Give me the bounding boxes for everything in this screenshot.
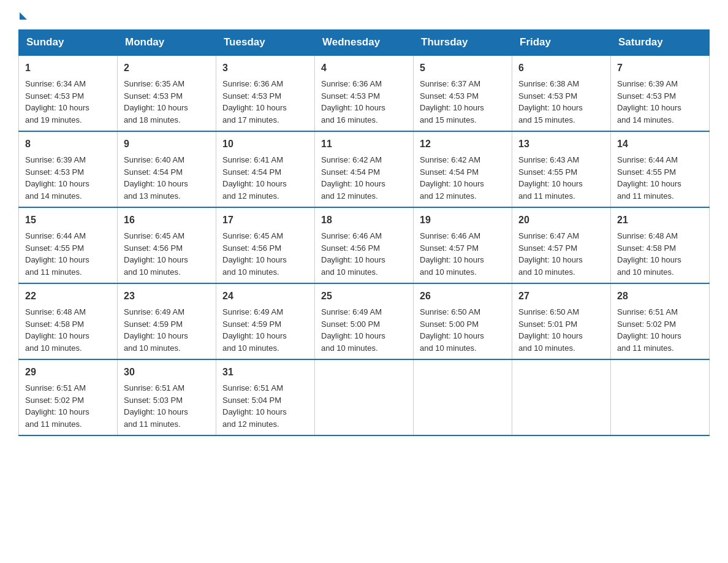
day-info: Sunrise: 6:51 AMSunset: 5:03 PMDaylight:… [124, 383, 188, 429]
day-cell [315, 359, 414, 435]
day-cell: 20 Sunrise: 6:47 AMSunset: 4:57 PMDaylig… [512, 207, 611, 283]
day-cell [414, 359, 512, 435]
day-cell: 6 Sunrise: 6:38 AMSunset: 4:53 PMDayligh… [512, 55, 611, 131]
day-info: Sunrise: 6:38 AMSunset: 4:53 PMDaylight:… [518, 79, 583, 124]
header-thursday: Thursday [414, 30, 512, 56]
logo-arrow-icon [20, 12, 27, 20]
day-number: 15 [25, 213, 111, 228]
day-number: 7 [617, 61, 703, 75]
day-cell: 31 Sunrise: 6:51 AMSunset: 5:04 PMDaylig… [216, 359, 315, 435]
day-number: 11 [321, 137, 407, 151]
day-cell: 22 Sunrise: 6:48 AMSunset: 4:58 PMDaylig… [19, 283, 118, 359]
day-number: 20 [518, 213, 604, 228]
day-cell: 12 Sunrise: 6:42 AMSunset: 4:54 PMDaylig… [414, 131, 512, 207]
week-row-1: 1 Sunrise: 6:34 AMSunset: 4:53 PMDayligh… [19, 55, 710, 131]
header-sunday: Sunday [19, 30, 118, 56]
day-cell: 9 Sunrise: 6:40 AMSunset: 4:54 PMDayligh… [118, 131, 216, 207]
day-number: 16 [124, 213, 210, 228]
day-cell: 16 Sunrise: 6:45 AMSunset: 4:56 PMDaylig… [118, 207, 216, 283]
week-row-2: 8 Sunrise: 6:39 AMSunset: 4:53 PMDayligh… [19, 131, 710, 207]
day-info: Sunrise: 6:48 AMSunset: 4:58 PMDaylight:… [617, 231, 681, 277]
day-number: 25 [321, 289, 407, 304]
day-cell: 19 Sunrise: 6:46 AMSunset: 4:57 PMDaylig… [414, 207, 512, 283]
day-number: 12 [420, 137, 506, 151]
day-info: Sunrise: 6:49 AMSunset: 4:59 PMDaylight:… [124, 307, 188, 353]
day-number: 6 [518, 61, 604, 75]
day-info: Sunrise: 6:34 AMSunset: 4:53 PMDaylight:… [25, 79, 89, 124]
day-info: Sunrise: 6:39 AMSunset: 4:53 PMDaylight:… [25, 155, 89, 201]
week-row-5: 29 Sunrise: 6:51 AMSunset: 5:02 PMDaylig… [19, 359, 710, 435]
day-cell [512, 359, 611, 435]
day-cell: 25 Sunrise: 6:49 AMSunset: 5:00 PMDaylig… [315, 283, 414, 359]
day-cell: 27 Sunrise: 6:50 AMSunset: 5:01 PMDaylig… [512, 283, 611, 359]
day-number: 8 [25, 137, 111, 151]
day-number: 4 [321, 61, 407, 75]
day-number: 18 [321, 213, 407, 228]
day-info: Sunrise: 6:40 AMSunset: 4:54 PMDaylight:… [124, 155, 188, 201]
day-number: 22 [25, 289, 111, 304]
header-wednesday: Wednesday [315, 30, 414, 56]
day-cell: 7 Sunrise: 6:39 AMSunset: 4:53 PMDayligh… [611, 55, 710, 131]
day-cell: 15 Sunrise: 6:44 AMSunset: 4:55 PMDaylig… [19, 207, 118, 283]
day-cell: 14 Sunrise: 6:44 AMSunset: 4:55 PMDaylig… [611, 131, 710, 207]
week-row-4: 22 Sunrise: 6:48 AMSunset: 4:58 PMDaylig… [19, 283, 710, 359]
day-cell: 5 Sunrise: 6:37 AMSunset: 4:53 PMDayligh… [414, 55, 512, 131]
day-cell: 26 Sunrise: 6:50 AMSunset: 5:00 PMDaylig… [414, 283, 512, 359]
day-number: 9 [124, 137, 210, 151]
header-friday: Friday [512, 30, 611, 56]
day-info: Sunrise: 6:42 AMSunset: 4:54 PMDaylight:… [321, 155, 385, 201]
day-cell: 8 Sunrise: 6:39 AMSunset: 4:53 PMDayligh… [19, 131, 118, 207]
day-number: 14 [617, 137, 703, 151]
day-info: Sunrise: 6:35 AMSunset: 4:53 PMDaylight:… [124, 79, 188, 124]
day-info: Sunrise: 6:46 AMSunset: 4:57 PMDaylight:… [420, 231, 484, 277]
day-cell: 30 Sunrise: 6:51 AMSunset: 5:03 PMDaylig… [118, 359, 216, 435]
day-number: 3 [222, 61, 308, 75]
day-info: Sunrise: 6:51 AMSunset: 5:02 PMDaylight:… [617, 307, 681, 353]
day-number: 27 [518, 289, 604, 304]
day-info: Sunrise: 6:44 AMSunset: 4:55 PMDaylight:… [617, 155, 681, 201]
day-cell: 24 Sunrise: 6:49 AMSunset: 4:59 PMDaylig… [216, 283, 315, 359]
day-cell: 29 Sunrise: 6:51 AMSunset: 5:02 PMDaylig… [19, 359, 118, 435]
day-info: Sunrise: 6:37 AMSunset: 4:53 PMDaylight:… [420, 79, 484, 124]
day-info: Sunrise: 6:41 AMSunset: 4:54 PMDaylight:… [222, 155, 287, 201]
page-header [18, 12, 710, 17]
day-info: Sunrise: 6:45 AMSunset: 4:56 PMDaylight:… [124, 231, 188, 277]
day-info: Sunrise: 6:45 AMSunset: 4:56 PMDaylight:… [222, 231, 287, 277]
day-cell: 23 Sunrise: 6:49 AMSunset: 4:59 PMDaylig… [118, 283, 216, 359]
day-number: 13 [518, 137, 604, 151]
day-info: Sunrise: 6:48 AMSunset: 4:58 PMDaylight:… [25, 307, 89, 353]
day-cell: 3 Sunrise: 6:36 AMSunset: 4:53 PMDayligh… [216, 55, 315, 131]
day-info: Sunrise: 6:36 AMSunset: 4:53 PMDaylight:… [222, 79, 287, 124]
day-number: 28 [617, 289, 703, 304]
logo [18, 12, 28, 17]
day-cell [611, 359, 710, 435]
day-number: 31 [222, 365, 308, 380]
day-cell: 13 Sunrise: 6:43 AMSunset: 4:55 PMDaylig… [512, 131, 611, 207]
day-cell: 4 Sunrise: 6:36 AMSunset: 4:53 PMDayligh… [315, 55, 414, 131]
day-number: 23 [124, 289, 210, 304]
day-info: Sunrise: 6:49 AMSunset: 5:00 PMDaylight:… [321, 307, 385, 353]
day-cell: 17 Sunrise: 6:45 AMSunset: 4:56 PMDaylig… [216, 207, 315, 283]
day-number: 5 [420, 61, 506, 75]
day-info: Sunrise: 6:51 AMSunset: 5:04 PMDaylight:… [222, 383, 287, 429]
day-number: 29 [25, 365, 111, 380]
week-row-3: 15 Sunrise: 6:44 AMSunset: 4:55 PMDaylig… [19, 207, 710, 283]
day-info: Sunrise: 6:43 AMSunset: 4:55 PMDaylight:… [518, 155, 583, 201]
day-number: 10 [222, 137, 308, 151]
day-info: Sunrise: 6:44 AMSunset: 4:55 PMDaylight:… [25, 231, 89, 277]
header-saturday: Saturday [611, 30, 710, 56]
day-info: Sunrise: 6:39 AMSunset: 4:53 PMDaylight:… [617, 79, 681, 124]
day-info: Sunrise: 6:36 AMSunset: 4:53 PMDaylight:… [321, 79, 385, 124]
day-number: 17 [222, 213, 308, 228]
day-cell: 21 Sunrise: 6:48 AMSunset: 4:58 PMDaylig… [611, 207, 710, 283]
day-number: 21 [617, 213, 703, 228]
day-cell: 10 Sunrise: 6:41 AMSunset: 4:54 PMDaylig… [216, 131, 315, 207]
day-number: 24 [222, 289, 308, 304]
day-number: 2 [124, 61, 210, 75]
day-info: Sunrise: 6:51 AMSunset: 5:02 PMDaylight:… [25, 383, 89, 429]
day-number: 26 [420, 289, 506, 304]
day-number: 1 [25, 61, 111, 75]
day-info: Sunrise: 6:42 AMSunset: 4:54 PMDaylight:… [420, 155, 484, 201]
header-tuesday: Tuesday [216, 30, 315, 56]
day-cell: 18 Sunrise: 6:46 AMSunset: 4:56 PMDaylig… [315, 207, 414, 283]
